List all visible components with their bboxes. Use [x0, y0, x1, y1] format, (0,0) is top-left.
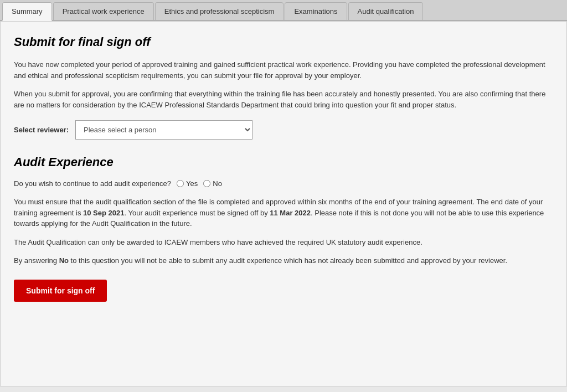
content-wrapper: Submit for final sign off You have now c…: [14, 35, 553, 302]
audit-info3-pre: By answering: [14, 256, 59, 265]
audit-section-title: Audit Experience: [14, 155, 553, 169]
tab-summary[interactable]: Summary: [2, 2, 52, 21]
no-radio-label[interactable]: No: [203, 179, 222, 188]
audit-info-paragraph-1: You must ensure that the audit qualifica…: [14, 197, 553, 229]
submit-button[interactable]: Submit for sign off: [14, 280, 107, 302]
audit-info-paragraph-3: By answering No to this question you wil…: [14, 255, 553, 266]
yes-radio-label[interactable]: Yes: [177, 179, 198, 188]
no-label-text: No: [213, 179, 222, 188]
audit-info-paragraph-2: The Audit Qualification can only be awar…: [14, 237, 553, 248]
description-paragraph-1: You have now completed your period of ap…: [14, 59, 553, 81]
reviewer-label: Select reviewer:: [14, 126, 69, 134]
audit-question-text: Do you wish to continue to add audit exp…: [14, 179, 171, 188]
audit-info1-mid: . Your audit experience must be signed o…: [124, 209, 270, 217]
page-title: Submit for final sign off: [14, 35, 553, 49]
audit-signoff-date: 11 Mar 2022: [270, 209, 311, 217]
no-radio[interactable]: [203, 180, 210, 187]
reviewer-dropdown[interactable]: Please select a person: [75, 120, 252, 140]
description-paragraph-2: When you submit for approval, you are co…: [14, 89, 553, 110]
audit-question-row: Do you wish to continue to add audit exp…: [14, 179, 553, 188]
audit-info3-post: to this question you will not be able to…: [69, 256, 507, 265]
tab-ethics[interactable]: Ethics and professional scepticism: [155, 2, 284, 20]
tabs-bar: Summary Practical work experience Ethics…: [0, 0, 567, 21]
main-content: Submit for final sign off You have now c…: [0, 21, 567, 386]
audit-end-date: 10 Sep 2021: [83, 209, 124, 217]
yes-label-text: Yes: [186, 179, 198, 188]
yes-radio[interactable]: [177, 180, 184, 187]
reviewer-row: Select reviewer: Please select a person: [14, 120, 553, 140]
tab-examinations[interactable]: Examinations: [285, 2, 347, 20]
audit-info3-no: No: [59, 256, 69, 265]
tab-audit-qualification[interactable]: Audit qualification: [348, 2, 424, 20]
tab-practical[interactable]: Practical work experience: [53, 2, 154, 20]
